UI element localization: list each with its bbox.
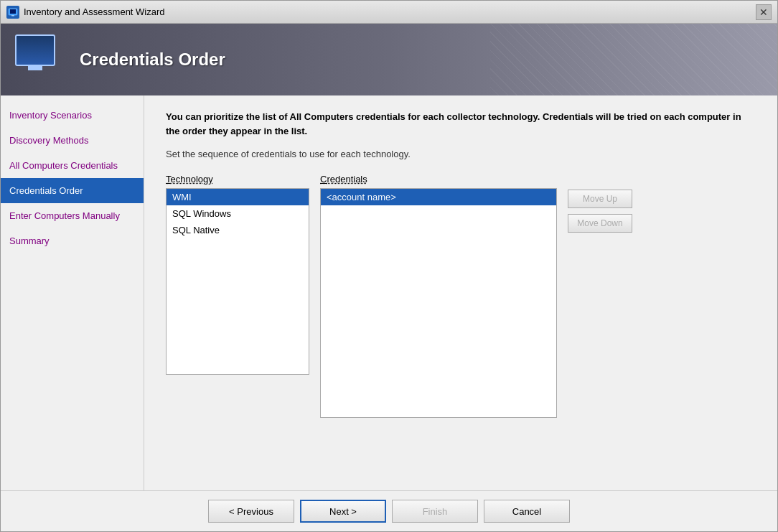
close-button[interactable]: ✕ [756, 4, 772, 20]
sidebar-item-inventory-scenarios[interactable]: Inventory Scenarios [1, 103, 144, 128]
header-banner: Credentials Order [1, 24, 777, 95]
technology-panel: Technology WMI SQL Windows SQL Native [166, 174, 309, 418]
technology-label: Technology [166, 174, 309, 185]
technology-list[interactable]: WMI SQL Windows SQL Native [166, 188, 309, 375]
sidebar-item-discovery-methods[interactable]: Discovery Methods [1, 128, 144, 153]
svg-rect-1 [10, 9, 16, 14]
app-icon [6, 6, 19, 19]
action-buttons: Move Up Move Down [568, 174, 632, 418]
description-text: You can prioritize the list of All Compu… [166, 110, 756, 138]
next-button[interactable]: Next > [300, 500, 386, 523]
content-area: Inventory Scenarios Discovery Methods Al… [1, 95, 777, 490]
footer: < Previous Next > Finish Cancel [1, 490, 777, 531]
header-title: Credentials Order [80, 50, 225, 70]
cancel-button[interactable]: Cancel [484, 500, 570, 523]
credentials-item-account[interactable]: <account name> [321, 189, 556, 205]
technology-item-sql-native[interactable]: SQL Native [167, 222, 309, 238]
sidebar-item-all-computers-credentials[interactable]: All Computers Credentials [1, 153, 144, 178]
move-down-button[interactable]: Move Down [568, 214, 632, 233]
sidebar-item-credentials-order[interactable]: Credentials Order [1, 178, 144, 203]
panels-area: Technology WMI SQL Windows SQL Native Cr… [166, 174, 756, 418]
sidebar: Inventory Scenarios Discovery Methods Al… [1, 95, 144, 490]
move-up-button[interactable]: Move Up [568, 190, 632, 208]
credentials-list[interactable]: <account name> [320, 188, 557, 418]
title-bar-text: Inventory and Assessment Wizard [24, 6, 756, 17]
svg-rect-2 [11, 15, 14, 17]
previous-button[interactable]: < Previous [208, 500, 294, 523]
main-window: Inventory and Assessment Wizard ✕ Creden… [0, 0, 778, 532]
title-bar: Inventory and Assessment Wizard ✕ [1, 1, 777, 24]
technology-item-sql-windows[interactable]: SQL Windows [167, 205, 309, 222]
main-content: You can prioritize the list of All Compu… [144, 95, 777, 490]
sub-description: Set the sequence of credentials to use f… [166, 149, 756, 159]
credentials-label: Credentials [320, 174, 557, 185]
finish-button[interactable]: Finish [392, 500, 478, 523]
sidebar-item-summary[interactable]: Summary [1, 228, 144, 253]
technology-item-wmi[interactable]: WMI [167, 189, 309, 205]
header-icon [15, 34, 65, 85]
sidebar-item-enter-computers-manually[interactable]: Enter Computers Manually [1, 203, 144, 228]
credentials-panel: Credentials <account name> [320, 174, 557, 418]
